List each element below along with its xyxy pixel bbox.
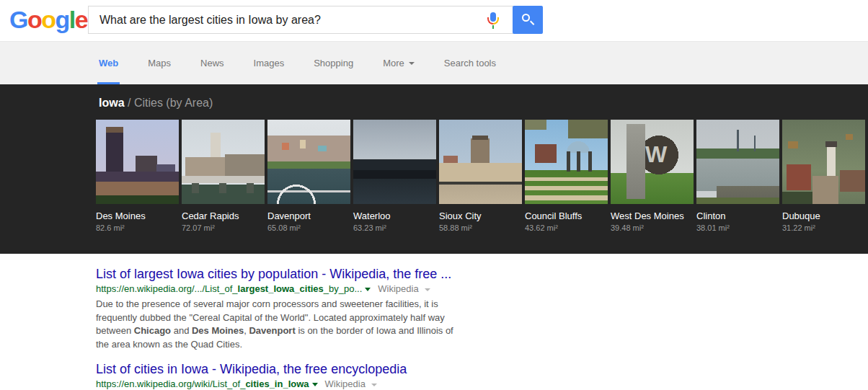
result-url-line: https://en.wikipedia.org/.../List_of_lar…: [96, 283, 465, 295]
city-card-des-moines[interactable]: Des Moines 82.6 mi²: [96, 120, 179, 232]
answer-carousel-strip: Iowa / Cities (by Area) Des Moines 82.6 …: [0, 84, 868, 254]
mic-arc-right: [493, 17, 499, 25]
tab-shopping[interactable]: Shopping: [312, 42, 355, 84]
source-dropdown-icon[interactable]: [367, 378, 377, 389]
breadcrumb-current: Cities (by Area): [134, 97, 213, 109]
logo-letter: e: [75, 6, 87, 33]
google-serp-page: { "colors": { "brand_blue": "#4285F4", "…: [0, 0, 868, 390]
tab-maps[interactable]: Maps: [146, 42, 172, 84]
chevron-down-icon: [312, 383, 318, 386]
city-area: 43.62 mi²: [525, 223, 608, 232]
search-icon: [522, 14, 530, 22]
tab-label: Maps: [148, 58, 171, 68]
logo-letter: G: [9, 6, 27, 33]
city-photo[interactable]: [439, 120, 522, 204]
result-url: https://en.wikipedia.org/.../List_of_: [96, 283, 238, 294]
snippet-bold: Chicago: [134, 325, 171, 336]
tab-label: Images: [254, 58, 285, 68]
navbar: Web Maps News Images Shopping More Searc…: [0, 42, 868, 84]
city-area: 72.07 mi²: [182, 223, 265, 232]
result-url-bold: largest_Iowa_cities: [238, 283, 324, 294]
search-input[interactable]: [89, 6, 482, 33]
city-photo[interactable]: [353, 120, 436, 204]
result-source: Wikipedia: [325, 378, 366, 389]
city-photo[interactable]: [782, 120, 865, 204]
logo-letter: l: [69, 6, 75, 33]
city-card-cedar-rapids[interactable]: Cedar Rapids 72.07 mi²: [182, 120, 265, 232]
logo-letter: g: [56, 6, 69, 33]
search-result-1: List of largest Iowa cities by populatio…: [96, 266, 465, 351]
city-card-council-bluffs[interactable]: Council Bluffs 43.62 mi²: [525, 120, 608, 232]
city-name: Waterloo: [353, 210, 436, 221]
logo-letter: o: [27, 6, 41, 33]
tab-search-tools[interactable]: Search tools: [443, 42, 497, 84]
city-name: Dubuque: [782, 210, 865, 221]
city-area: 31.22 mi²: [782, 223, 865, 232]
city-card-davenport[interactable]: Davenport 65.08 mi²: [267, 120, 350, 232]
url-dropdown-icon[interactable]: [365, 283, 371, 294]
mic-arc-left: [487, 17, 493, 25]
city-photo[interactable]: [182, 120, 265, 204]
city-card-dubuque[interactable]: Dubuque 31.22 mi²: [782, 120, 865, 232]
result-snippet: Due to the presence of several major cor…: [96, 298, 461, 351]
tab-web[interactable]: Web: [97, 42, 120, 84]
tab-news[interactable]: News: [199, 42, 226, 84]
breadcrumb: Iowa / Cities (by Area): [99, 97, 213, 110]
microphone-icon[interactable]: [487, 12, 500, 29]
header: Google: [0, 0, 868, 42]
city-name: Council Bluffs: [525, 210, 608, 221]
breadcrumb-root[interactable]: Iowa: [99, 97, 125, 109]
city-card-west-des-moines[interactable]: West Des Moines 39.48 mi²: [611, 120, 694, 232]
city-name: Cedar Rapids: [182, 210, 265, 221]
city-name: Clinton: [696, 210, 779, 221]
city-area: 65.08 mi²: [267, 223, 350, 232]
result-url-line: https://en.wikipedia.org/wiki/List_of_ci…: [96, 378, 465, 390]
google-logo[interactable]: Google: [9, 6, 87, 34]
result-url: https://en.wikipedia.org/wiki/List_of_: [96, 378, 245, 389]
breadcrumb-separator: /: [125, 97, 134, 109]
chevron-down-icon: [365, 288, 371, 291]
chevron-down-icon: [371, 384, 377, 386]
city-area: 38.01 mi²: [696, 223, 779, 232]
logo-letter: o: [41, 6, 55, 33]
result-title-link[interactable]: List of largest Iowa cities by populatio…: [96, 266, 465, 282]
city-card-waterloo[interactable]: Waterloo 63.23 mi²: [353, 120, 436, 232]
city-area: 82.6 mi²: [96, 223, 179, 232]
source-dropdown-icon[interactable]: [420, 283, 430, 294]
search-result-2: List of cities in Iowa - Wikipedia, the …: [96, 361, 465, 390]
city-name: Sioux City: [439, 210, 522, 221]
result-title-link[interactable]: List of cities in Iowa - Wikipedia, the …: [96, 361, 465, 377]
city-area: 63.23 mi²: [353, 223, 436, 232]
city-photo[interactable]: [696, 120, 779, 204]
city-photo[interactable]: [611, 120, 694, 204]
tab-label: Web: [99, 58, 118, 68]
search-box: [88, 6, 513, 34]
city-photo[interactable]: [267, 120, 350, 204]
city-photo[interactable]: [96, 120, 179, 204]
city-name: West Des Moines: [611, 210, 694, 221]
city-card-sioux-city[interactable]: Sioux City 58.88 mi²: [439, 120, 522, 232]
tab-label: News: [200, 58, 224, 68]
city-name: Davenport: [267, 210, 350, 221]
city-card-clinton[interactable]: Clinton 38.01 mi²: [696, 120, 779, 232]
tab-more[interactable]: More: [381, 42, 416, 84]
mic-stem: [492, 25, 494, 29]
snippet-bold: Des Moines: [192, 325, 244, 336]
chevron-down-icon: [409, 62, 415, 65]
tab-label: Search tools: [444, 58, 496, 68]
chevron-down-icon: [425, 288, 430, 291]
search-button[interactable]: [513, 6, 543, 34]
snippet-bold: Davenport: [249, 325, 295, 336]
city-photo[interactable]: [525, 120, 608, 204]
city-area: 39.48 mi²: [611, 223, 694, 232]
city-card-list: Des Moines 82.6 mi² Cedar Rapids 72.07 m…: [96, 120, 865, 232]
tab-images[interactable]: Images: [252, 42, 286, 84]
city-name: Des Moines: [96, 210, 179, 221]
result-url-bold: cities_in_Iowa: [245, 378, 309, 389]
city-area: 58.88 mi²: [439, 223, 522, 232]
tab-label: Shopping: [314, 58, 353, 68]
snippet-text: and: [171, 325, 192, 336]
tab-label: More: [383, 58, 404, 68]
url-dropdown-icon[interactable]: [312, 378, 318, 389]
result-url-suffix: _by_po...: [324, 283, 363, 294]
